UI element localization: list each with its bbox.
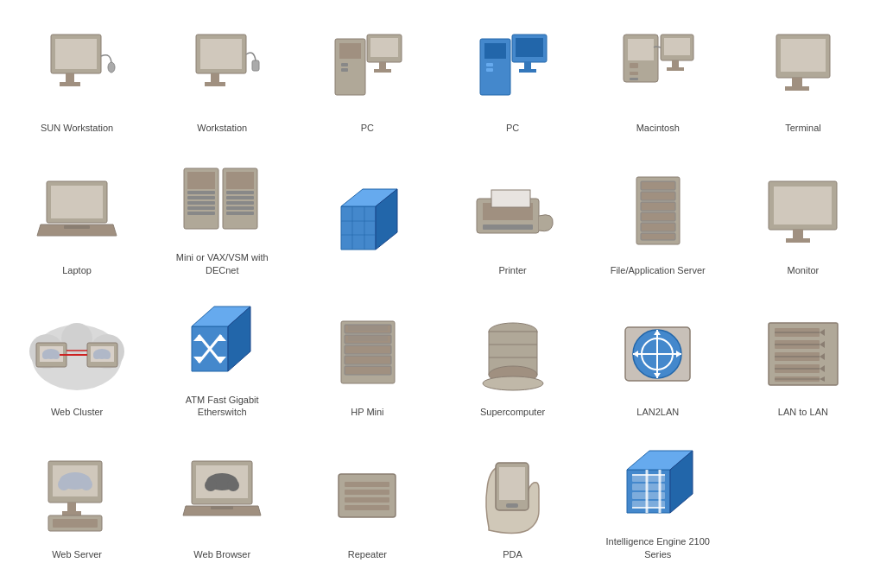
item-sun-workstation[interactable]: SUN Workstation [9, 17, 145, 138]
svg-rect-160 [211, 506, 233, 509]
icon-file-server [611, 164, 706, 259]
svg-point-149 [58, 478, 70, 490]
label-lan2lan: LAN2LAN [636, 406, 679, 418]
svg-rect-48 [187, 212, 215, 215]
icon-sun-workstation [29, 22, 124, 117]
svg-rect-72 [641, 223, 675, 231]
svg-rect-77 [786, 238, 810, 243]
svg-rect-162 [345, 482, 389, 487]
svg-rect-36 [781, 39, 826, 72]
label-mini-vax: Mini or VAX/VSM with DECnet [166, 251, 278, 276]
item-file-server[interactable]: File/Application Server [590, 147, 726, 281]
svg-rect-7 [211, 73, 219, 82]
svg-rect-163 [345, 490, 389, 495]
svg-rect-8 [205, 82, 225, 86]
icon-mini-vax [174, 151, 269, 246]
item-lan2lan[interactable]: LAN2LAN [590, 289, 726, 423]
icon-web-server [29, 448, 124, 543]
svg-rect-46 [187, 201, 215, 205]
label-printer: Printer [498, 264, 526, 276]
label-repeater: Repeater [348, 548, 387, 560]
svg-rect-40 [51, 186, 103, 218]
label-web-cluster: Web Cluster [51, 406, 103, 418]
svg-rect-13 [341, 68, 348, 72]
svg-rect-50 [226, 172, 254, 189]
item-atm-switch[interactable]: ATM Fast Gigabit Etherswitch [154, 289, 290, 423]
icon-blue-cube [320, 176, 415, 271]
item-web-browser[interactable]: Web Browser [154, 431, 290, 565]
label-web-server: Web Server [52, 548, 102, 560]
icon-lan2lan [611, 306, 706, 401]
item-macintosh[interactable]: Macintosh [590, 17, 726, 138]
svg-point-158 [205, 479, 217, 491]
icon-pda [465, 448, 560, 543]
svg-rect-3 [60, 82, 80, 86]
item-pda[interactable]: PDA [445, 431, 581, 565]
svg-rect-108 [345, 366, 391, 375]
svg-rect-19 [484, 43, 506, 59]
icon-workstation [174, 22, 269, 117]
svg-rect-38 [785, 86, 809, 91]
svg-rect-104 [345, 325, 391, 333]
item-web-cluster[interactable]: Web Cluster [9, 289, 145, 423]
label-laptop: Laptop [62, 264, 92, 276]
svg-rect-151 [67, 503, 76, 511]
item-repeater[interactable]: Repeater [299, 431, 435, 565]
icon-macintosh [611, 22, 706, 117]
item-monitor[interactable]: Monitor [735, 147, 871, 281]
svg-rect-107 [345, 356, 391, 364]
svg-marker-56 [341, 206, 376, 250]
svg-rect-15 [370, 38, 398, 57]
svg-rect-53 [226, 201, 254, 205]
svg-rect-68 [641, 181, 675, 190]
svg-rect-9 [252, 60, 259, 71]
svg-rect-154 [53, 519, 98, 528]
item-pc-blue[interactable]: PC [445, 17, 581, 138]
svg-rect-23 [516, 38, 543, 57]
label-file-server: File/Application Server [611, 264, 706, 276]
svg-point-4 [108, 62, 115, 73]
item-pc-gray[interactable]: PC [299, 17, 435, 138]
item-laptop[interactable]: Laptop [9, 147, 145, 281]
label-sun-workstation: SUN Workstation [41, 122, 113, 134]
svg-rect-16 [379, 62, 386, 69]
icon-pc-gray [320, 22, 415, 117]
svg-rect-12 [341, 63, 348, 66]
svg-rect-51 [226, 191, 254, 194]
label-web-browser: Web Browser [193, 548, 250, 560]
svg-rect-75 [774, 187, 832, 224]
svg-rect-44 [187, 191, 215, 194]
svg-rect-27 [628, 39, 654, 60]
icon-pc-blue [465, 22, 560, 117]
svg-rect-24 [524, 62, 531, 69]
svg-rect-55 [226, 212, 254, 215]
item-supercomputer[interactable]: Supercomputer [445, 289, 581, 423]
svg-point-86 [53, 352, 60, 359]
svg-rect-30 [630, 78, 638, 80]
svg-rect-1 [55, 39, 97, 69]
item-intelligence-engine[interactable]: Intelligence Engine 2100 Series [590, 431, 726, 565]
item-blue-cube[interactable] [299, 147, 435, 281]
svg-rect-167 [499, 467, 525, 500]
label-lan-to-lan: LAN to LAN [778, 406, 828, 418]
svg-rect-28 [630, 63, 638, 68]
item-mini-vax[interactable]: Mini or VAX/VSM with DECnet [154, 147, 290, 281]
label-intelligence-engine: Intelligence Engine 2100 Series [602, 535, 714, 560]
svg-rect-2 [66, 73, 74, 82]
svg-rect-76 [793, 230, 803, 238]
item-web-server[interactable]: Web Server [9, 431, 145, 565]
icon-printer [465, 164, 560, 259]
item-hp-mini[interactable]: HP Mini [299, 289, 435, 423]
item-lan-to-lan[interactable]: LAN to LAN [735, 289, 871, 423]
item-terminal[interactable]: Terminal [735, 17, 871, 138]
svg-point-150 [80, 478, 92, 490]
item-printer[interactable]: Printer [445, 147, 581, 281]
label-atm-switch: ATM Fast Gigabit Etherswitch [166, 394, 278, 419]
svg-rect-41 [64, 225, 90, 229]
label-pda: PDA [503, 548, 522, 560]
item-workstation[interactable]: Workstation [154, 17, 290, 138]
svg-rect-25 [519, 69, 536, 73]
label-hp-mini: HP Mini [351, 406, 383, 418]
icon-terminal [756, 22, 851, 117]
svg-rect-17 [374, 69, 391, 73]
